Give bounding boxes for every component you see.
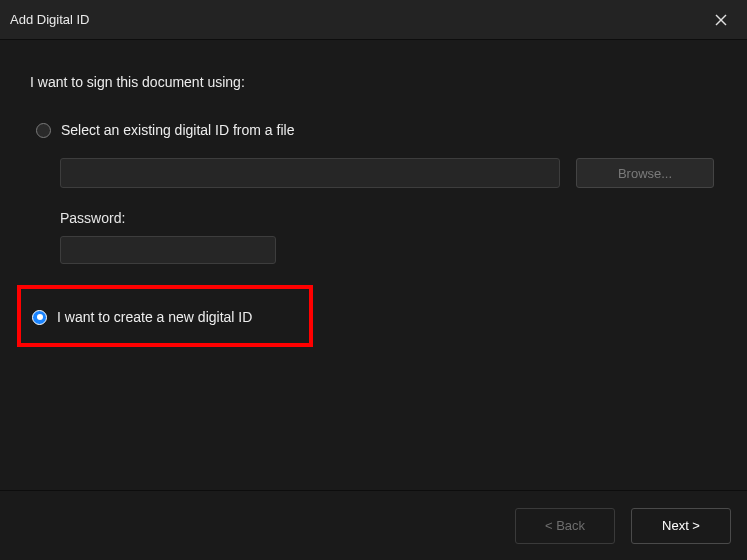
title-bar: Add Digital ID — [0, 0, 747, 40]
back-button[interactable]: < Back — [515, 508, 615, 544]
option-existing-label: Select an existing digital ID from a fil… — [61, 122, 294, 138]
next-button[interactable]: Next > — [631, 508, 731, 544]
close-icon — [715, 14, 727, 26]
radio-existing[interactable] — [36, 123, 51, 138]
radio-create[interactable] — [32, 310, 47, 325]
existing-id-details: Browse... Password: — [60, 158, 717, 264]
option-create-row[interactable]: I want to create a new digital ID — [32, 309, 252, 325]
password-input[interactable] — [60, 236, 276, 264]
sign-prompt-heading: I want to sign this document using: — [30, 74, 717, 90]
dialog-footer: < Back Next > — [0, 490, 747, 560]
file-path-input[interactable] — [60, 158, 560, 188]
dialog-title: Add Digital ID — [10, 12, 89, 27]
password-label: Password: — [60, 210, 717, 226]
close-button[interactable] — [701, 5, 741, 35]
browse-button[interactable]: Browse... — [576, 158, 714, 188]
option-existing-row[interactable]: Select an existing digital ID from a fil… — [30, 118, 717, 142]
dialog-content: I want to sign this document using: Sele… — [0, 40, 747, 264]
option-create-label: I want to create a new digital ID — [57, 309, 252, 325]
file-row: Browse... — [60, 158, 717, 188]
